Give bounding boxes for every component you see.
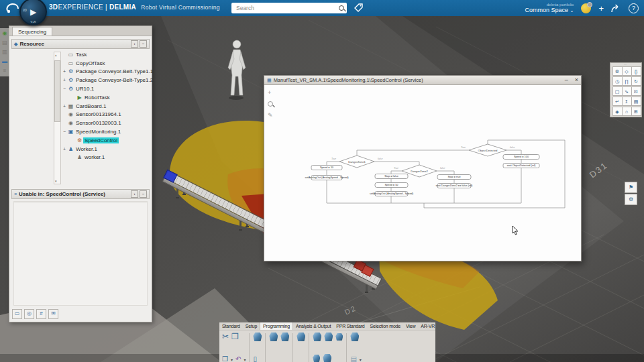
section-collapse-button[interactable]: – — [140, 40, 147, 48]
clipboard-icon[interactable]: ▯ — [253, 356, 257, 362]
tree-item-conveyor-1[interactable]: + ⚙ Package Conveyor-Belt-Type1.1 — [62, 68, 149, 76]
apps-panel-icon[interactable]: ▬ — [2, 59, 7, 64]
tree-item-worker-lc[interactable]: ♟ worker.1 — [62, 154, 149, 162]
palette-block-icon[interactable]: {} — [631, 66, 641, 76]
simulate-behavior-icon[interactable] — [324, 333, 333, 341]
section-expand-button[interactable]: › — [131, 190, 138, 198]
service-icon: ⚙ — [76, 137, 83, 143]
tab-analysis-output[interactable]: Analysis & Output — [293, 322, 333, 330]
tree-item-robottask[interactable]: ▶ RobotTask — [62, 93, 149, 102]
help-icon[interactable]: ? — [629, 3, 639, 13]
teach-device-icon[interactable] — [253, 333, 262, 341]
tree-item-ur10[interactable]: − ⚙ UR10.1 — [62, 84, 149, 93]
minimize-button[interactable]: – — [565, 77, 568, 83]
settings-tool-button[interactable]: ⚙ — [625, 194, 637, 205]
palette-frame-icon[interactable]: ▢ — [612, 86, 623, 96]
diagram-icon: ▦ — [267, 78, 272, 83]
edit-icon[interactable]: ✎ — [268, 112, 273, 119]
tree-item-cardboard[interactable]: + ▦ CardBoard.1 — [62, 102, 149, 111]
target-icon[interactable]: ◎ — [24, 309, 34, 319]
palette-action-icon[interactable]: ⚙ — [612, 66, 623, 76]
palette-decision-icon[interactable]: ◇ — [622, 66, 632, 76]
tab-ppr-standard[interactable]: PPR Standard — [333, 322, 367, 330]
layers-dropdown-icon[interactable]: ▾ — [360, 357, 362, 362]
simulate-state-icon[interactable] — [313, 333, 321, 341]
palette-add-icon[interactable]: ⊞ — [631, 107, 641, 116]
compass-play-icon[interactable]: ▶ — [30, 7, 36, 16]
3ds-logo-icon[interactable] — [5, 1, 20, 15]
box-label: setAnalogOut (AnalogSpeed , Speed) — [370, 192, 414, 195]
tab-ar-vr[interactable]: AR-VR — [418, 322, 435, 330]
robot-controller-icon[interactable] — [350, 333, 359, 341]
palette-condition-icon[interactable]: ◈ — [612, 107, 623, 116]
gear-cluster-icon[interactable] — [323, 354, 331, 362]
section-collapse-button[interactable]: – — [140, 190, 147, 198]
layers-panel-icon[interactable]: ▤ — [2, 40, 7, 46]
add-button[interactable]: + — [598, 4, 604, 13]
tree-item-conveyor-2[interactable]: + ⚙ Package Conveyor-Belt-Type1.2 — [62, 76, 149, 84]
tab-standard[interactable]: Standard — [219, 322, 243, 330]
undo-icon[interactable]: ↶ — [235, 356, 241, 362]
tag-icon[interactable] — [354, 3, 364, 13]
tab-setup[interactable]: Setup — [243, 322, 260, 330]
tree-item-worker[interactable]: + ♟ Worker.1 — [62, 145, 149, 154]
palette-table-icon[interactable]: ▤ — [631, 97, 641, 106]
close-button[interactable]: × — [575, 77, 578, 83]
tree-item-sensor-1[interactable]: ◉ Sensor00131964.1 — [62, 111, 149, 119]
resource-section-header[interactable]: ◈ Resource › – — [11, 39, 150, 49]
grid-icon[interactable]: # — [36, 309, 46, 319]
tree-item-speedmonitoring[interactable]: − ▣ SpeedMonitoring.1 — [62, 127, 149, 136]
tab-sequencing[interactable]: Sequencing — [12, 27, 52, 36]
world-icon[interactable]: ◉ — [3, 31, 7, 36]
box-label: Stop = true — [447, 175, 460, 178]
pan-icon[interactable]: + — [268, 89, 273, 96]
search-icon[interactable] — [339, 5, 344, 11]
palette-flow-icon[interactable]: ⇘ — [622, 86, 632, 96]
branch-label-true: True — [461, 146, 466, 149]
robot-icon: ⚙ — [67, 86, 74, 92]
tab-view[interactable]: View — [403, 322, 418, 330]
tree-item-task[interactable]: ▭ Task — [62, 50, 149, 59]
palette-return-icon[interactable]: ↵ — [612, 97, 623, 106]
paste-icon[interactable]: ❐ — [222, 356, 228, 362]
speedcontrol-window[interactable]: ▦ ManufTest_VR_SM.A.1\SpeedMonitoring.1\… — [264, 75, 582, 261]
mail-icon[interactable]: ✉ — [48, 309, 58, 319]
box-label: Speed = 50 — [384, 183, 398, 186]
list-panel-icon[interactable]: ≡ — [3, 68, 7, 74]
palette-loop-icon[interactable]: ↻ — [631, 76, 641, 86]
robot-program-icon[interactable] — [313, 355, 320, 362]
scrollbar-thumb[interactable] — [54, 60, 60, 122]
layers-icon[interactable]: ▤ — [350, 356, 356, 362]
palette-timer-icon[interactable]: ◷ — [612, 76, 623, 86]
usable-section-header[interactable]: ≡ Usable in: SpeedControl (Service) › – — [11, 189, 150, 199]
flag-tool-button[interactable]: ⚑ — [625, 182, 637, 193]
window-title-bar[interactable]: ▦ ManufTest_VR_SM.A.1\SpeedMonitoring.1\… — [264, 76, 581, 85]
tab-selection-mode[interactable]: Selection mode — [368, 322, 403, 330]
workspace-selector[interactable]: delmia portfolio Common Space ⌄ — [525, 3, 574, 13]
palette-parallel-icon[interactable]: ∏ — [622, 76, 632, 86]
share-icon[interactable] — [611, 4, 621, 13]
tree-item-speedcontrol[interactable]: ⚙ SpeedControl — [62, 136, 149, 145]
undo-dropdown-icon[interactable]: ▾ — [244, 357, 246, 362]
palette-home-icon[interactable]: ⌂ — [622, 107, 632, 116]
palette-output-icon[interactable]: ↥ — [622, 97, 632, 106]
section-expand-button[interactable]: › — [131, 40, 138, 48]
tree-item-sensor-2[interactable]: ◉ Sensor00132003.1 — [62, 119, 149, 127]
robot-reach-icon[interactable] — [297, 333, 305, 341]
user-avatar[interactable] — [581, 3, 591, 13]
robot-jog-icon[interactable] — [269, 333, 278, 341]
palette-assign-icon[interactable]: ⊡ — [631, 86, 641, 96]
tab-programming[interactable]: Programming — [260, 322, 293, 330]
cut-icon[interactable]: ✂ — [222, 333, 229, 341]
tree-scrollbar[interactable]: ▴ ▾ — [54, 52, 61, 184]
search-input[interactable]: Search — [231, 3, 347, 13]
pin-task-icon[interactable] — [335, 333, 343, 341]
copy-icon[interactable]: ❐ — [231, 333, 239, 341]
robot-path-icon[interactable] — [280, 333, 289, 341]
flowchart-canvas[interactable]: DangerZone1 DangerZone2 ObjectDetected S… — [265, 84, 580, 260]
paste-dropdown-icon[interactable]: ▾ — [231, 357, 233, 362]
tree-item-copyoftask[interactable]: ▭ CopyOfTask — [62, 59, 149, 68]
new-view-icon[interactable]: ▭ — [12, 309, 22, 319]
zoom-icon[interactable] — [268, 101, 273, 107]
history-panel-icon[interactable]: ▥ — [2, 50, 7, 55]
